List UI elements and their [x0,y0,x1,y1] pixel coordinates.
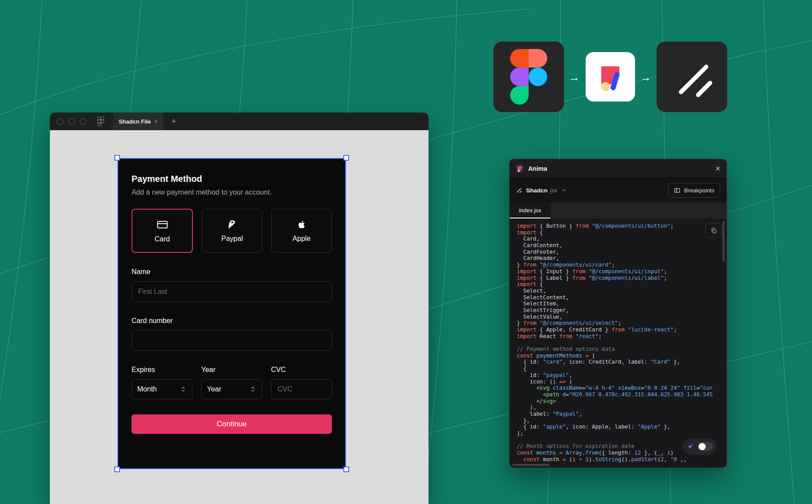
expires-label: Expires [132,366,192,374]
figma-glyph-icon [98,117,104,126]
panel-header: Anima × [510,159,726,178]
paypal-icon [227,219,237,230]
ai-toggle-pill [683,438,717,455]
horizontal-scrollbar[interactable] [512,464,549,466]
selection-handle-bottom-left[interactable] [114,466,120,472]
method-label: Apple [293,235,311,243]
window-control-maximize[interactable] [80,118,86,125]
breadcrumb-row: Shadcn jsx Breakpoints [510,178,726,203]
breakpoints-label: Breakpoints [684,187,714,194]
tab-index-jsx[interactable]: index.jsx [510,203,550,218]
code-editor: import { Button } from "@/components/ui/… [510,218,726,468]
shadcn-app-icon [657,41,727,112]
file-tab[interactable]: Shadcn File × [113,113,163,130]
copy-code-button[interactable] [706,223,722,238]
apple-icon [296,219,307,230]
toggle-knob [699,443,706,450]
payment-method-options: Card Paypal [132,209,332,253]
cvc-input[interactable] [271,379,332,399]
selection-handle-top-left[interactable] [114,155,120,161]
anima-mini-logo-icon [516,165,524,173]
arrow-right-icon: → [567,70,582,85]
selection-handle-bottom-right[interactable] [343,466,349,472]
arrow-right-icon: → [638,70,653,85]
code-container: index.jsx import { Button } from "@/comp… [510,203,726,468]
toggle-switch[interactable] [698,442,713,451]
breadcrumb-file-ext: jsx [550,187,557,194]
stage: → → [0,0,812,504]
anima-app-icon [586,52,635,102]
file-tab-title: Shadcn File [119,118,151,125]
window-control-minimize[interactable] [68,118,75,125]
breadcrumb-file-name[interactable]: Shadcn [526,187,548,194]
payment-card-selection-frame[interactable]: Payment Method Add a new payment method … [117,158,346,469]
year-select-value: Year [207,385,221,393]
cvc-label: CVC [271,366,332,374]
code-lines: import { Button } from "@/components/ui/… [510,218,726,463]
year-label: Year [201,366,262,374]
chevrons-up-down-icon [180,386,187,393]
method-label: Card [154,235,170,243]
month-select-value: Month [137,385,157,393]
method-label: Paypal [222,235,243,243]
vertical-scrollbar[interactable] [722,221,725,262]
new-tab-button[interactable]: + [171,117,176,126]
year-select[interactable]: Year [201,379,262,399]
method-tile-apple[interactable]: Apple [271,209,332,253]
copy-icon [710,227,717,234]
month-select[interactable]: Month [132,379,192,399]
payment-card: Payment Method Add a new payment method … [118,159,345,468]
method-tile-paypal[interactable]: Paypal [202,209,262,253]
expiry-row: Expires Month Year Year [132,366,332,399]
method-tile-card[interactable]: Card [132,209,193,253]
figma-canvas: Payment Method Add a new payment method … [50,130,429,504]
chevrons-up-down-icon [249,386,256,393]
figma-logo-icon [510,49,547,105]
figma-app-icon [493,41,564,112]
figma-titlebar: Shadcn File × + [50,113,429,130]
sparkle-icon [687,443,694,451]
continue-button[interactable]: Continue [132,414,332,434]
panel-title: Anima [528,165,547,172]
anima-plugin-panel: Anima × Shadcn jsx Breakpoints index.jsx [509,159,727,468]
selection-handle-top-right[interactable] [343,155,349,161]
breakpoints-button[interactable]: Breakpoints [668,183,720,198]
code-tabstrip: index.jsx [510,203,726,218]
card-number-label: Card number [132,317,332,325]
card-number-input[interactable] [132,330,332,351]
breakpoints-icon [674,187,680,194]
shadcn-logo-icon [668,53,716,101]
anima-logo-icon [594,60,627,94]
card-subtitle: Add a new payment method to your account… [132,188,332,196]
figma-window: Shadcn File × + Payment Method Add a new… [50,113,429,504]
name-label: Name [132,268,332,276]
credit-card-icon [157,219,168,230]
window-control-close[interactable] [57,118,64,125]
shadcn-mini-icon [516,187,522,193]
name-input[interactable] [132,281,332,302]
card-title: Payment Method [132,174,332,184]
panel-close-icon[interactable]: × [715,164,720,173]
chevron-down-icon[interactable] [561,187,567,193]
tab-close-icon[interactable]: × [154,118,158,125]
